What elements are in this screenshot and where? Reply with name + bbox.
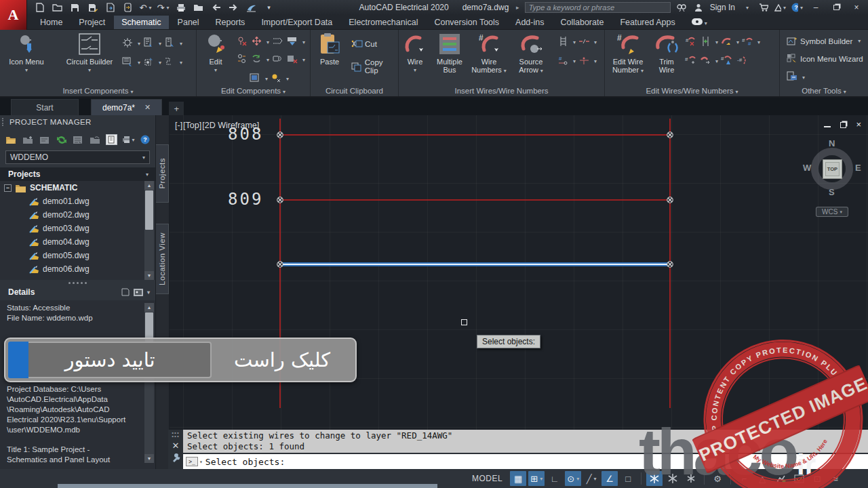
forward-icon[interactable] — [228, 3, 239, 13]
print-icon[interactable] — [175, 3, 186, 13]
insert-connector-icon[interactable] — [163, 56, 176, 67]
flip-wire-number-icon[interactable]: # — [719, 54, 733, 66]
panel-title-insert-wires[interactable]: Insert Wires/Wire Numbers — [399, 87, 604, 95]
tab-schematic[interactable]: Schematic — [114, 16, 168, 29]
save-as-icon[interactable] — [87, 3, 98, 13]
tab-start[interactable]: Start — [11, 99, 79, 115]
qat-customize-icon[interactable]: ▾ — [263, 3, 275, 13]
redo-icon[interactable]: ↷ — [157, 3, 169, 13]
collapse-icon[interactable]: − — [4, 184, 12, 192]
palette-splitter[interactable] — [0, 280, 155, 285]
move-attribute-icon[interactable] — [269, 72, 283, 83]
projects-header[interactable]: Projects ▾ — [0, 167, 155, 181]
back-icon[interactable] — [210, 3, 222, 13]
search-input[interactable]: Type a keyword or phrase — [525, 2, 671, 13]
help-icon[interactable]: ? — [791, 3, 803, 13]
panel-title-circuit-clipboard[interactable]: Circuit Clipboard — [311, 87, 398, 95]
toggle-wire-number-icon[interactable]: -# — [734, 54, 748, 66]
circuit-builder-button[interactable]: Circuit Builder — [65, 33, 114, 75]
restore-button[interactable] — [829, 2, 844, 13]
insert-terminal-icon[interactable] — [121, 56, 134, 67]
tab-import-export[interactable]: Import/Export Data — [254, 16, 340, 29]
wire-gap-icon[interactable] — [577, 35, 591, 47]
viewcube-top-face[interactable]: TOP — [823, 159, 842, 179]
search-expand-icon[interactable]: ▸ — [516, 4, 519, 11]
autocad-logo[interactable]: A — [0, 0, 27, 30]
preview-icon[interactable] — [134, 289, 143, 296]
paste-button[interactable]: Paste — [313, 33, 346, 66]
copy-wire-number-icon[interactable]: ## — [741, 35, 754, 47]
dropdown-icon[interactable] — [592, 56, 597, 65]
reverse-component-icon[interactable] — [271, 53, 284, 64]
panel-title-edit-wires[interactable]: Edit Wires/Wire Numbers — [605, 87, 779, 95]
wire-number-leader-icon[interactable]: # — [556, 54, 570, 66]
command-history[interactable]: Select existing wires to change to layer… — [183, 430, 868, 453]
dropdown-icon[interactable] — [300, 54, 305, 64]
details-list-icon[interactable] — [121, 288, 130, 296]
dropdown-icon[interactable] — [713, 37, 718, 46]
open-project-icon[interactable] — [5, 134, 18, 145]
align-components-icon[interactable] — [285, 35, 299, 47]
viewport-menu-control[interactable]: [-] — [175, 121, 182, 130]
close-button[interactable]: × — [849, 2, 864, 13]
command-grip[interactable]: •••••• — [172, 431, 179, 438]
object-snap-tracking-icon[interactable]: ∠ — [601, 471, 618, 486]
open-folder-icon[interactable] — [52, 3, 63, 13]
new-project-icon[interactable] — [22, 134, 35, 145]
tree-item-dwg[interactable]: demo01.dwg — [0, 195, 155, 208]
details-header[interactable]: Details ▾ — [0, 285, 155, 299]
add-rung-icon[interactable] — [698, 35, 712, 47]
stretch-wire-icon[interactable] — [698, 54, 712, 66]
doc-minimize-icon[interactable] — [824, 122, 831, 127]
details-scrollbar[interactable]: ▲ ▼ — [144, 303, 154, 463]
dropdown-icon[interactable] — [264, 37, 269, 46]
panel-title-edit-components[interactable]: Edit Components — [197, 87, 310, 95]
dropdown-icon[interactable] — [178, 57, 182, 66]
customize-wrench-icon[interactable] — [172, 453, 180, 462]
minimize-button[interactable]: – — [808, 2, 823, 13]
source-arrow-button[interactable]: Source Arrow — [511, 33, 551, 75]
dropdown-icon[interactable] — [136, 38, 140, 47]
viewport-view-control[interactable]: [Top] — [183, 121, 201, 130]
side-tab-projects[interactable]: Projects — [156, 144, 169, 203]
insert-footprint-icon[interactable] — [163, 37, 176, 48]
icon-menu-wizard-button[interactable]: Icon Menu Wizard — [800, 55, 863, 63]
isolate-objects-icon[interactable]: △ — [754, 471, 770, 486]
transfer-icon[interactable] — [122, 3, 134, 13]
edit-attributes-icon[interactable] — [248, 72, 262, 83]
delete-component-icon[interactable] — [235, 35, 248, 47]
graphics-performance-icon[interactable] — [772, 471, 789, 486]
save-icon[interactable] — [69, 3, 81, 13]
compass-south[interactable]: S — [829, 187, 835, 197]
new-tab-button[interactable]: + — [169, 102, 184, 115]
drawing-canvas[interactable]: [-] [Top] [2D Wireframe] × 808 809 N S W… — [170, 115, 868, 430]
tree-scrollbar[interactable]: ▲ ▼ — [144, 181, 154, 280]
wire-tee-icon[interactable] — [577, 54, 591, 66]
wire-button[interactable]: Wire — [400, 33, 430, 75]
update-project-icon[interactable] — [89, 134, 101, 145]
dropdown-icon[interactable] — [592, 37, 597, 46]
multiple-bus-button[interactable]: Multiple Bus — [431, 33, 468, 74]
scroll-down-icon[interactable]: ▼ — [144, 454, 154, 463]
move-wire-number-icon[interactable]: # — [684, 54, 697, 66]
project-properties-icon[interactable] — [39, 134, 51, 145]
schematic-wires[interactable] — [170, 115, 868, 430]
symbol-builder-button[interactable]: Symbol Builder — [800, 37, 861, 45]
user-icon[interactable] — [693, 3, 705, 13]
scroll-down-icon[interactable]: ▼ — [144, 271, 154, 280]
dropdown-icon[interactable] — [300, 37, 305, 46]
snap-mode-icon[interactable]: ⊞ — [528, 471, 545, 486]
polar-tracking-icon[interactable]: ⊙ — [565, 471, 581, 486]
workspace-gear-icon[interactable]: ⚙ — [709, 471, 726, 486]
refresh-icon[interactable] — [56, 134, 68, 145]
fullscreen-icon[interactable]: ⊡ — [809, 471, 825, 486]
dropdown-icon[interactable] — [178, 38, 182, 47]
dropdown-icon[interactable] — [263, 73, 268, 83]
chevron-down-icon[interactable]: ▾ — [147, 289, 150, 296]
dropdown-icon[interactable] — [755, 37, 760, 46]
tree-item-dwg[interactable]: demo02.dwg — [0, 208, 155, 222]
palette-grip[interactable] — [2, 118, 5, 126]
command-close-icon[interactable]: ✕ — [172, 441, 180, 451]
wire-dropdown[interactable] — [414, 66, 416, 75]
trim-wire-button[interactable]: Trim Wire — [652, 33, 681, 74]
